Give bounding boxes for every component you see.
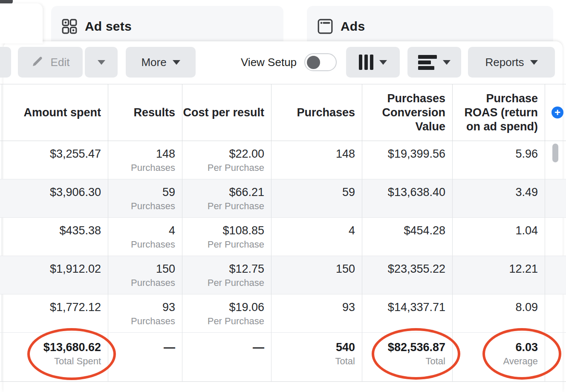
amount-spent-cell: $1,912.02 — [0, 256, 108, 294]
total-conversion-value-cell: $82,536.87 Total — [362, 333, 453, 382]
results-value: 148 — [156, 147, 175, 161]
toolbar-partial-button[interactable] — [0, 47, 11, 78]
total-conversion-value-label: Total — [426, 356, 445, 367]
total-purchases-label: Total — [335, 356, 355, 367]
total-roas-value: 6.03 — [515, 340, 538, 354]
roas-cell: 12.21 — [453, 256, 545, 294]
reports-button[interactable]: Reports — [468, 47, 555, 78]
table-row: $3,906.30 59 Purchases $66.21 Per Purcha… — [0, 179, 566, 218]
total-roas-label: Average — [503, 356, 538, 367]
more-button[interactable]: More — [126, 47, 196, 78]
conversion-value: $19,399.56 — [388, 147, 445, 161]
tab-label: Ads — [341, 19, 365, 34]
purchases-cell: 59 — [271, 179, 362, 218]
conversion-value: $14,337.71 — [388, 300, 445, 314]
amount-spent-value: $1,772.12 — [50, 300, 101, 314]
column-header-cost-per-result[interactable]: Cost per result — [182, 84, 271, 141]
columns-icon — [359, 55, 373, 70]
cost-per-result-value: $108.85 — [222, 224, 264, 237]
grid-icon — [61, 18, 78, 35]
caret-down-icon — [98, 60, 105, 65]
cost-per-result-cell: $66.21 Per Purchase — [182, 179, 271, 218]
results-value: 4 — [169, 224, 175, 237]
purchases-cell: 148 — [271, 141, 362, 179]
add-column-button[interactable]: + — [552, 107, 563, 118]
conversion-value-cell: $14,337.71 — [362, 294, 453, 333]
results-value: 93 — [162, 300, 175, 314]
column-header-purchases[interactable]: Purchases — [271, 84, 362, 141]
tab-ad-sets[interactable]: Ad sets — [51, 6, 283, 47]
roas-cell: 8.09 — [453, 294, 545, 333]
total-cost-per-result-cell: — — [182, 333, 271, 382]
caret-down-icon — [173, 60, 180, 65]
results-sublabel: Purchases — [131, 201, 175, 212]
results-cell: 93 Purchases — [108, 294, 182, 333]
amount-spent-cell: $435.38 — [0, 218, 108, 256]
totals-spacer-cell — [545, 333, 566, 382]
purchases-cell: 93 — [271, 294, 362, 333]
breakdown-icon — [418, 55, 437, 70]
table-rows: $3,255.47 148 Purchases $22.00 Per Purch… — [0, 141, 566, 333]
table-row: $3,255.47 148 Purchases $22.00 Per Purch… — [0, 141, 566, 179]
total-results-cell: — — [108, 333, 182, 382]
tab-label: Ad sets — [85, 19, 132, 34]
cost-per-result-cell: $108.85 Per Purchase — [182, 218, 271, 256]
column-header-purchases-conversion-value[interactable]: Purchases Conversion Value — [362, 84, 453, 141]
cost-per-result-value: $19.06 — [229, 300, 264, 314]
columns-button[interactable] — [346, 47, 400, 78]
edit-button[interactable]: Edit — [18, 47, 83, 78]
roas-value: 12.21 — [509, 262, 538, 276]
column-header-results[interactable]: Results — [108, 84, 182, 141]
roas-cell: 1.04 — [453, 218, 545, 256]
totals-row: $13,680.62 Total Spent — — 540 Total $82… — [0, 333, 566, 382]
conversion-value-cell: $13,638.40 — [362, 179, 453, 218]
tab-ads[interactable]: Ads — [307, 6, 553, 47]
view-setup-toggle[interactable] — [304, 53, 337, 71]
column-header-amount-spent[interactable]: Amount spent — [0, 84, 108, 141]
results-value: 59 — [162, 185, 175, 199]
amount-spent-cell: $3,906.30 — [0, 179, 108, 218]
roas-value: 3.49 — [515, 185, 538, 199]
table-row: $435.38 4 Purchases $108.85 Per Purchase… — [0, 218, 566, 256]
results-sublabel: Purchases — [131, 277, 175, 288]
row-spacer-cell — [545, 256, 566, 294]
total-purchases-value: 540 — [336, 340, 355, 354]
results-cell: 59 Purchases — [108, 179, 182, 218]
edit-dropdown-button[interactable] — [85, 47, 118, 78]
purchases-value: 148 — [336, 147, 355, 161]
cost-per-result-sublabel: Per Purchase — [208, 239, 264, 250]
ads-manager-screen: Ad sets Ads Edit More View Setup — [0, 0, 566, 392]
purchases-value: 93 — [342, 300, 355, 314]
cost-per-result-value: $22.00 — [229, 147, 264, 161]
cost-per-result-value: $66.21 — [229, 185, 264, 199]
roas-cell: 3.49 — [453, 179, 545, 218]
breakdown-button[interactable] — [407, 47, 461, 78]
total-purchases-cell: 540 Total — [271, 333, 362, 382]
results-sublabel: Purchases — [131, 162, 175, 173]
amount-spent-value: $3,906.30 — [50, 185, 101, 199]
cost-per-result-value: $12.75 — [229, 262, 264, 276]
results-value: 150 — [156, 262, 175, 276]
column-header-purchase-roas[interactable]: Purchase ROAS (return on ad spend) — [453, 84, 545, 141]
results-cell: 148 Purchases — [108, 141, 182, 179]
cost-per-result-sublabel: Per Purchase — [208, 277, 264, 288]
purchases-cell: 4 — [271, 218, 362, 256]
conversion-value: $23,355.22 — [388, 262, 445, 276]
total-amount-spent-label: Total Spent — [54, 356, 101, 367]
amount-spent-value: $1,912.02 — [50, 262, 101, 276]
caret-down-icon — [379, 60, 387, 65]
window-icon — [317, 18, 334, 35]
results-sublabel: Purchases — [131, 316, 175, 327]
metrics-table: Amount spent Results Cost per result Pur… — [0, 84, 566, 382]
row-spacer-cell — [545, 179, 566, 218]
toggle-knob — [307, 56, 320, 69]
amount-spent-value: $435.38 — [59, 224, 101, 237]
results-cell: 150 Purchases — [108, 256, 182, 294]
vertical-scrollbar-thumb[interactable] — [552, 144, 558, 162]
tab-campaigns-active[interactable] — [0, 3, 43, 43]
conversion-value: $13,638.40 — [388, 185, 445, 199]
results-sublabel: Purchases — [131, 239, 175, 250]
cost-per-result-cell: $12.75 Per Purchase — [182, 256, 271, 294]
roas-cell: 5.96 — [453, 141, 545, 179]
row-spacer-cell — [545, 218, 566, 256]
